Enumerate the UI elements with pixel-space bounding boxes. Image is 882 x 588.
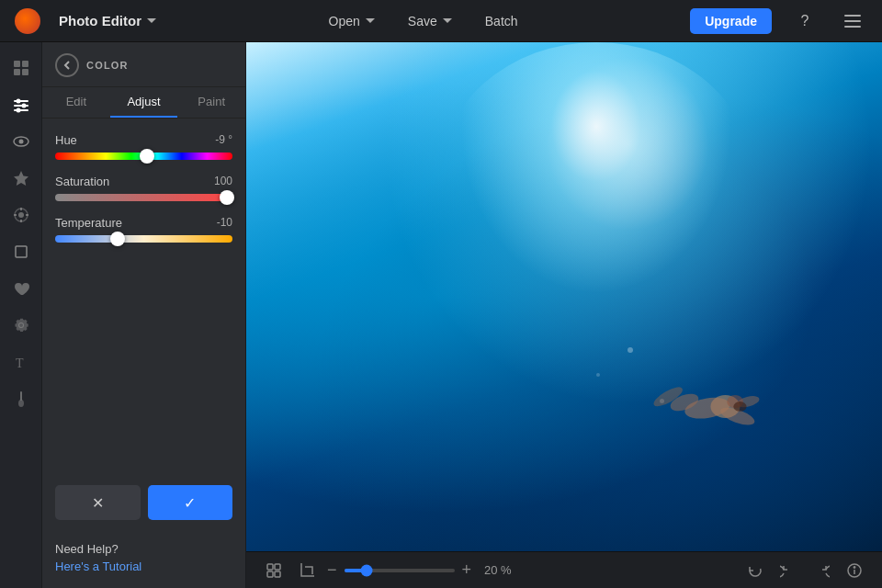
svg-text:T: T bbox=[16, 356, 24, 370]
undo-button[interactable] bbox=[775, 558, 801, 583]
confirm-button[interactable]: ✓ bbox=[148, 485, 233, 520]
help-button[interactable]: ? bbox=[790, 6, 820, 36]
svg-point-40 bbox=[854, 566, 854, 567]
svg-rect-0 bbox=[844, 15, 861, 17]
crop-button[interactable] bbox=[294, 558, 320, 583]
menu-button[interactable] bbox=[838, 6, 867, 36]
nav-overview[interactable] bbox=[5, 51, 38, 85]
nav-brush[interactable] bbox=[5, 382, 38, 415]
info-icon bbox=[846, 562, 863, 579]
sliders-area: Hue -9 ° Saturation 100 bbox=[42, 119, 245, 485]
hamburger-icon bbox=[844, 15, 861, 28]
save-chevron bbox=[443, 18, 452, 23]
nav-effects[interactable] bbox=[5, 198, 38, 232]
canvas-area: − + 20 % bbox=[246, 42, 882, 588]
zoom-out-button[interactable]: − bbox=[327, 560, 337, 580]
nav-eye[interactable] bbox=[5, 125, 38, 158]
gear-icon bbox=[12, 316, 30, 334]
hue-track[interactable] bbox=[55, 153, 232, 160]
tab-adjust[interactable]: Adjust bbox=[110, 87, 178, 118]
saturation-label: Saturation bbox=[55, 175, 109, 188]
zoom-label: 20 % bbox=[484, 563, 521, 577]
svg-rect-5 bbox=[14, 69, 20, 75]
open-chevron bbox=[366, 18, 375, 23]
help-area: Need Help? Here's a Tutorial bbox=[42, 535, 245, 588]
svg-point-10 bbox=[21, 104, 26, 108]
svg-rect-37 bbox=[275, 571, 280, 577]
icon-sidebar: T bbox=[0, 42, 42, 588]
color-panel: COLOR Edit Adjust Paint Hue -9 ° bbox=[42, 42, 246, 588]
saturation-value: 100 bbox=[214, 175, 232, 188]
nav-text[interactable]: T bbox=[5, 345, 38, 379]
nav-star[interactable] bbox=[5, 162, 38, 195]
confirm-icon: ✓ bbox=[184, 494, 196, 512]
app-title-chevron bbox=[147, 18, 156, 23]
undo-icon bbox=[780, 562, 797, 579]
info-button[interactable] bbox=[842, 558, 867, 583]
effects-icon bbox=[12, 206, 30, 224]
svg-rect-34 bbox=[267, 564, 273, 570]
help-tutorial-link[interactable]: Here's a Tutorial bbox=[55, 560, 232, 573]
hue-thumb[interactable] bbox=[140, 149, 154, 164]
eye-icon bbox=[12, 132, 30, 151]
open-button[interactable]: Open bbox=[322, 10, 382, 32]
hue-slider-row: Hue -9 ° bbox=[55, 133, 232, 160]
temperature-track[interactable] bbox=[55, 235, 232, 243]
svg-rect-35 bbox=[275, 564, 280, 570]
svg-rect-36 bbox=[267, 571, 273, 577]
svg-marker-15 bbox=[14, 171, 28, 186]
back-icon bbox=[62, 60, 73, 71]
svg-rect-7 bbox=[14, 100, 28, 102]
svg-rect-3 bbox=[14, 61, 20, 67]
tab-edit[interactable]: Edit bbox=[42, 87, 110, 118]
nav-settings[interactable] bbox=[5, 309, 38, 342]
swimmer-silhouette bbox=[602, 366, 767, 439]
fit-screen-button[interactable] bbox=[261, 558, 287, 583]
image-container bbox=[246, 42, 882, 551]
panel-header: COLOR bbox=[42, 42, 245, 87]
temperature-label: Temperature bbox=[55, 216, 122, 230]
redo-button[interactable] bbox=[808, 558, 834, 583]
overview-icon bbox=[12, 59, 30, 77]
temperature-thumb[interactable] bbox=[110, 232, 125, 246]
cancel-icon: ✕ bbox=[92, 494, 104, 512]
zoom-slider[interactable] bbox=[345, 569, 455, 572]
nav-heart[interactable] bbox=[5, 272, 38, 305]
svg-rect-24 bbox=[20, 391, 22, 401]
photo-canvas[interactable] bbox=[246, 42, 882, 551]
svg-rect-1 bbox=[844, 20, 861, 22]
rotate-ccw-button[interactable] bbox=[742, 558, 768, 583]
app-title: Photo Editor bbox=[59, 13, 141, 28]
zoom-thumb[interactable] bbox=[360, 564, 372, 576]
back-button[interactable] bbox=[55, 53, 79, 77]
upgrade-button[interactable]: Upgrade bbox=[690, 8, 772, 34]
hue-value: -9 ° bbox=[215, 133, 232, 147]
crop-icon bbox=[12, 243, 30, 261]
svg-rect-2 bbox=[844, 26, 861, 28]
text-icon: T bbox=[12, 353, 30, 371]
fit-screen-icon bbox=[266, 562, 282, 579]
svg-point-16 bbox=[18, 212, 24, 218]
panel-title: COLOR bbox=[86, 60, 129, 71]
topbar: Photo Editor Open Save Batch Upgrade ? bbox=[0, 0, 882, 42]
temperature-slider-row: Temperature -10 bbox=[55, 216, 232, 243]
nav-crop[interactable] bbox=[5, 235, 38, 268]
saturation-thumb[interactable] bbox=[220, 190, 234, 205]
zoom-in-button[interactable]: + bbox=[462, 560, 472, 580]
svg-point-25 bbox=[18, 400, 24, 407]
batch-button[interactable]: Batch bbox=[478, 10, 526, 32]
svg-rect-4 bbox=[22, 61, 28, 67]
nav-adjustments[interactable] bbox=[5, 88, 38, 121]
svg-point-33 bbox=[734, 401, 747, 412]
main-area: T COLOR Edit Adjust Paint Hue -9 ° bbox=[0, 42, 882, 588]
hue-label: Hue bbox=[55, 133, 77, 147]
app-title-button[interactable]: Photo Editor bbox=[59, 13, 156, 28]
save-button[interactable]: Save bbox=[401, 10, 459, 32]
temperature-value: -10 bbox=[217, 216, 232, 230]
cancel-button[interactable]: ✕ bbox=[55, 485, 141, 520]
tab-paint[interactable]: Paint bbox=[177, 87, 245, 118]
redo-icon bbox=[813, 562, 830, 579]
svg-point-14 bbox=[18, 140, 23, 144]
saturation-track[interactable] bbox=[55, 194, 232, 201]
action-buttons: ✕ ✓ bbox=[42, 485, 245, 535]
